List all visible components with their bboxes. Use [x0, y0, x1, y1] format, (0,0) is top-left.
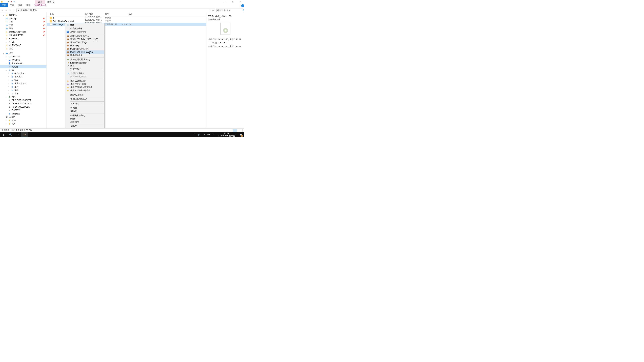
tree-item[interactable]: ›☁WPS网盘 — [0, 58, 46, 62]
tree-item[interactable]: ›▮文件 — [0, 122, 46, 125]
tab-file[interactable]: 文件 — [0, 3, 8, 7]
tree-item-thispc[interactable]: ›🖥此电脑 — [0, 65, 46, 68]
tree-item[interactable]: ⬇下载📌 — [0, 20, 46, 23]
tree-item[interactable]: ▦图片📌 — [0, 27, 46, 30]
ime-keyboard-icon[interactable]: ⌨ — [207, 134, 211, 136]
task-view-button[interactable]: ⧉ — [14, 132, 21, 137]
col-size[interactable]: 大小 — [120, 13, 134, 16]
tree-item[interactable]: ›▮软件 — [0, 119, 46, 122]
tree-item[interactable]: ▤文档📌 — [0, 23, 46, 27]
refresh-icon[interactable]: ⟳ — [212, 9, 214, 11]
ctx-create-shortcut[interactable]: 创建快捷方式(S) — [66, 114, 104, 117]
ctx-360-forcedel[interactable]: ◉使用 360强力删除 — [66, 83, 104, 86]
ctx-youdao[interactable]: 云上传到有道云笔记 — [66, 30, 104, 33]
tree-item[interactable]: ›▯G:\ — [0, 40, 46, 43]
volume-icon[interactable]: 🔊 — [197, 134, 201, 136]
file-row[interactable]: BaiduNetdiskDownload 2020/12/25, 星期五 1..… — [46, 19, 206, 23]
column-headers[interactable]: 名称 修改日期 类型 大小 — [46, 12, 206, 16]
navigation-tree[interactable]: ⌄★快速访问 ▬Desktop📌 ⬇下载📌 ▤文档📌 ▦图片📌 ▮excel表格… — [0, 12, 46, 130]
taskbar-explorer[interactable]: 🗂 — [21, 132, 28, 137]
tree-item[interactable]: 🖥ZMT2019 — [0, 109, 46, 112]
help-icon[interactable]: ? — [241, 4, 244, 7]
tree-item[interactable]: ▮Bandicam — [0, 37, 46, 40]
tree-item[interactable]: ›☁OneDrive — [0, 55, 46, 58]
tree-item[interactable]: ▮excel表格制作求和📌 — [0, 30, 46, 33]
chevron-right-icon[interactable]: › — [36, 9, 37, 11]
tree-item[interactable]: ›▶视频 — [0, 78, 46, 82]
qat-dropdown-icon[interactable]: ▾ — [16, 0, 18, 3]
tree-item[interactable]: ▮YUNQISHI2019📌 — [0, 33, 46, 37]
ctx-baidu-upload[interactable]: ☁上传到百度网盘 — [66, 72, 104, 75]
ctx-copy[interactable]: 复制(C) — [66, 110, 104, 113]
ctx-share[interactable]: ↗共享 — [66, 64, 104, 67]
ctx-send-to[interactable]: 发送到(N)▸ — [66, 102, 104, 105]
security-icon[interactable]: ⚐ — [212, 134, 215, 136]
chevron-right-icon[interactable]: › — [27, 9, 28, 11]
ctx-cut[interactable]: 剪切(T) — [66, 106, 104, 110]
desktop-root[interactable]: ⌄▬桌面 — [0, 52, 46, 55]
tree-item[interactable]: ⌄🖧网络 — [0, 95, 46, 98]
ctx-other-zip[interactable]: 📦其他压缩命令▸ — [66, 54, 104, 57]
tree-item[interactable]: 🗑回收站 — [0, 115, 46, 119]
ctx-mount[interactable]: 💿装载 — [66, 24, 104, 27]
tree-item[interactable]: ›♪音乐 — [0, 92, 46, 95]
tab-iso-tools[interactable]: 光盘映像工具 — [32, 3, 48, 7]
up-button[interactable]: ↑ — [12, 9, 15, 12]
tree-item[interactable]: ›👤Administrator — [0, 62, 46, 65]
ctx-properties[interactable]: 属性(R) — [66, 125, 104, 128]
breadcrumb-root[interactable]: 此电脑 — [21, 9, 27, 12]
tab-share[interactable]: 共享 — [16, 3, 24, 7]
start-button[interactable]: ⊞ — [0, 132, 7, 137]
back-button[interactable]: ← — [1, 9, 4, 12]
ctx-360-manage[interactable]: ◉使用 360管理右键菜单 — [66, 89, 104, 92]
action-center-button[interactable]: 💬3 — [238, 132, 244, 137]
search-input[interactable] — [217, 9, 242, 11]
ctx-extract-named[interactable]: 📦解压到 Win7x64_2020\ (E) — [66, 50, 104, 54]
ctx-extract-here[interactable]: 📦解压到当前文件夹(X) — [66, 47, 104, 50]
refresh-icon[interactable]: ⟳ — [13, 0, 16, 3]
ctx-delete[interactable]: 删除(D) — [66, 117, 104, 120]
ctx-360-scan[interactable]: ◉使用 360进行木马云查杀 — [66, 86, 104, 89]
maximize-button[interactable]: ▢ — [229, 0, 236, 4]
col-type[interactable]: 类型 — [104, 13, 120, 16]
ctx-rename[interactable]: 重命名(M) — [66, 120, 104, 123]
ctx-restore-version[interactable]: 还原以前的版本(V) — [66, 98, 104, 101]
ctx-open-360zip[interactable]: 📦用360压缩打开(Q) — [66, 41, 104, 44]
breadcrumb-location[interactable]: 文档 (E:) — [28, 9, 36, 12]
tree-item[interactable]: ▮win7重装win7 — [0, 43, 46, 47]
ctx-notepadpp[interactable]: 📝Edit with Notepad++ — [66, 61, 104, 64]
ctx-extract-to[interactable]: 📦解压到(F)... — [66, 44, 104, 47]
ctx-add-zip[interactable]: 📦添加到 "Win7x64_2020.zip" (T) — [66, 38, 104, 41]
search-icon[interactable]: 🔍 — [242, 9, 244, 11]
ctx-bee-browser[interactable]: ✿用 蜂蜜浏览器 浏览(3) — [66, 58, 104, 61]
ctx-burn[interactable]: 刻录光盘映像 — [66, 27, 104, 30]
col-name[interactable]: 名称 — [46, 13, 84, 16]
save-icon[interactable]: ▪ — [4, 0, 6, 3]
tree-item[interactable]: ▮图片 — [0, 47, 46, 50]
forward-button[interactable]: → — [5, 9, 8, 12]
tab-view[interactable]: 查看 — [24, 3, 32, 7]
tree-item[interactable]: ›▦本机照片 — [0, 75, 46, 78]
close-doc-icon[interactable]: ✕ — [10, 0, 12, 3]
ctx-open-with[interactable]: 打开方式(H)▸ — [66, 67, 104, 71]
chevron-down-icon[interactable]: ⌄ — [210, 9, 211, 11]
taskbar-clock[interactable]: 16:32 2020/12/25, 星期五 — [216, 132, 236, 137]
tree-item[interactable]: 🖥DESKTOP-NJEU3CG — [0, 102, 46, 105]
tree-item[interactable]: 🖥DESKTOP-LSSOEDP — [0, 98, 46, 102]
tree-item[interactable]: ›▦图片 — [0, 85, 46, 88]
minimize-button[interactable]: — — [221, 0, 229, 4]
quick-access-root[interactable]: ⌄★快速访问 — [0, 13, 46, 17]
ctx-qq-send[interactable]: 通过QQ发送到 — [66, 93, 104, 96]
view-thumbnails-button[interactable] — [239, 129, 242, 132]
search-box[interactable]: 🔍 — [216, 8, 243, 12]
view-details-button[interactable] — [233, 129, 237, 132]
tab-home[interactable]: 主页 — [8, 3, 16, 7]
tree-item[interactable]: ⌄▥库 — [0, 68, 46, 72]
search-button[interactable]: 🔍 — [7, 132, 14, 137]
tree-item[interactable]: 🖥PC-20190530OBLA — [0, 105, 46, 109]
ctx-add-archive[interactable]: 📦添加到压缩文件(A)... — [66, 34, 104, 38]
close-button[interactable]: ✕ — [236, 0, 244, 4]
ctx-360-unlock[interactable]: ◉使用 360解除占用 — [66, 79, 104, 83]
tray-overflow-icon[interactable]: ⌃ — [193, 134, 196, 136]
file-row[interactable]: 1 2020/12/15, 星期二 1... 文件夹 — [46, 16, 206, 19]
